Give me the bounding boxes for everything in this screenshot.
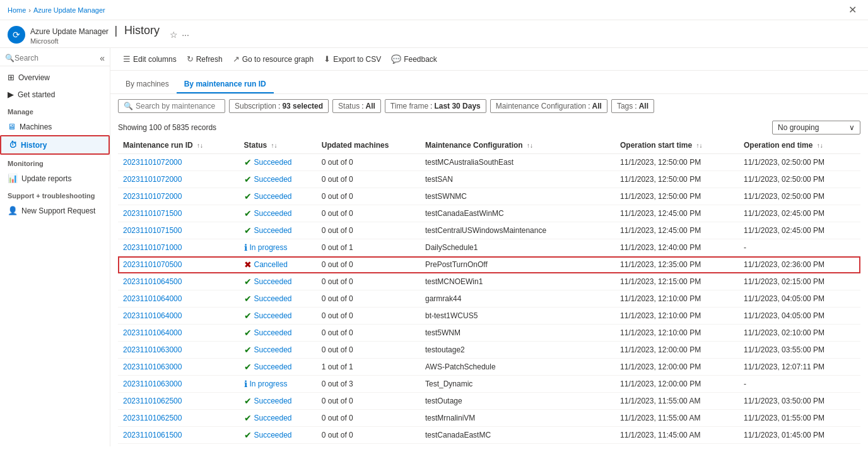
col-status[interactable]: Status ↑↓ [239,137,317,154]
sidebar-search-input[interactable] [15,54,97,63]
grouping-dropdown[interactable]: No grouping ∨ [772,121,860,134]
filter-status[interactable]: Status : All [332,99,381,113]
run-id-link[interactable]: 20231101064000 [123,294,182,303]
filter-tags[interactable]: Tags : All [611,99,654,113]
refresh-button[interactable]: ↻ Refresh [182,52,228,66]
favorite-icon[interactable]: ☆ [170,30,178,40]
run-id-link[interactable]: 20231101062500 [123,397,182,405]
status-link[interactable]: In progress [250,243,288,252]
status-link[interactable]: Succeeded [254,158,292,167]
status-link[interactable]: Succeeded [254,397,292,405]
run-id-link[interactable]: 20231101072000 [123,175,182,184]
run-id-link[interactable]: 20231101072000 [123,158,182,167]
table-row[interactable]: 20231101063000 ✔ Succeeded 0 out of 0 te… [118,342,860,359]
table-row[interactable]: 20231101072000 ✔ Succeeded 0 out of 0 te… [118,154,860,171]
status-link[interactable]: Succeeded [254,294,292,303]
col-op-start[interactable]: Operation start time ↑↓ [615,137,739,154]
table-row[interactable]: 20231101062500 ✔ Succeeded 0 out of 0 te… [118,393,860,410]
table-row[interactable]: 20231101071500 ✔ Succeeded 0 out of 0 te… [118,222,860,239]
table-row[interactable]: 20231101063000 ℹ In progress 0 out of 3 … [118,376,860,393]
run-id-link[interactable]: 20231101064500 [123,277,182,286]
filter-search-input[interactable] [136,102,218,111]
col-run-id[interactable]: Maintenance run ID ↑↓ [118,137,239,154]
title-bar: ⟳ Azure Update Manager | History Microso… [0,20,868,48]
table-row[interactable]: 20231101061500 ✔ Succeeded 0 out of 0 te… [118,444,860,447]
col-maintenance-config[interactable]: Maintenance Configuration ↑↓ [420,137,615,154]
run-id-link[interactable]: 20231101061500 [123,431,182,439]
table-row[interactable]: 20231101062500 ✔ Succeeded 0 out of 0 te… [118,410,860,427]
resource-graph-button[interactable]: ↗ Go to resource graph [228,52,319,66]
status-link[interactable]: Succeeded [254,362,292,371]
run-id-link[interactable]: 20231101070500 [123,260,182,269]
more-options-icon[interactable]: ··· [182,30,189,40]
breadcrumb-home[interactable]: Home [8,6,26,14]
table-row[interactable]: 20231101064000 ✔ Succeeded 0 out of 0 te… [118,325,860,342]
run-id-link[interactable]: 20231101072000 [123,192,182,201]
cell-status: ✔ Succeeded [239,188,317,205]
table-row[interactable]: 20231101063000 ✔ Succeeded 1 out of 1 AW… [118,359,860,376]
table-row[interactable]: 20231101072000 ✔ Succeeded 0 out of 0 te… [118,171,860,188]
status-link[interactable]: Succeeded [254,345,292,354]
cell-run-id: 20231101071000 [118,239,239,256]
run-id-link[interactable]: 20231101071000 [123,243,182,252]
table-row[interactable]: 20231101072000 ✔ Succeeded 0 out of 0 te… [118,188,860,205]
cell-op-start: 11/1/2023, 12:15:00 PM [615,273,739,290]
table-row[interactable]: 20231101070500 ✖ Cancelled 0 out of 0 Pr… [118,256,860,273]
tab-by-machines[interactable]: By machines [118,76,177,93]
table-row[interactable]: 20231101071000 ℹ In progress 0 out of 1 … [118,239,860,256]
close-button[interactable]: ✕ [845,3,860,17]
filter-time-frame[interactable]: Time frame : Last 30 Days [385,99,486,113]
sidebar-item-update-reports[interactable]: 📊 Update reports [0,170,110,187]
status-link[interactable]: Succeeded [254,209,292,218]
status-link[interactable]: Succeeded [254,328,292,337]
sidebar-item-machines[interactable]: 🖥 Machines [0,118,110,135]
edit-columns-button[interactable]: ☰ Edit columns [118,52,182,66]
table-row[interactable]: 20231101071500 ✔ Succeeded 0 out of 0 te… [118,205,860,222]
sidebar-item-label-history: History [21,141,47,150]
status-link[interactable]: Succeeded [254,431,292,439]
sidebar-collapse-icon[interactable]: « [100,53,105,63]
sidebar-item-new-support[interactable]: 👤 New Support Request [0,202,110,219]
run-id-link[interactable]: 20231101063000 [123,345,182,354]
col-updated-machines[interactable]: Updated machines [317,137,420,154]
cell-config: testLinuxSN [420,444,615,447]
status-link[interactable]: In progress [250,379,288,388]
status-link[interactable]: Succeeded [254,226,292,235]
cell-op-end: 11/1/2023, 03:40:00 PM [739,444,860,447]
cell-config: testMCNOEWin1 [420,273,615,290]
status-link[interactable]: Succeeded [254,192,292,201]
feedback-button[interactable]: 💬 Feedback [386,52,442,66]
table-row[interactable]: 20231101061500 ✔ Succeeded 0 out of 0 te… [118,427,860,444]
status-link[interactable]: Succeeded [254,311,292,320]
filter-subscription[interactable]: Subscription : 93 selected [229,99,329,113]
status-link[interactable]: Succeeded [254,414,292,422]
run-id-link[interactable]: 20231101063000 [123,379,182,388]
toolbar: ☰ Edit columns ↻ Refresh ↗ Go to resourc… [110,48,868,71]
sidebar-item-history[interactable]: ⏱ History [0,135,110,155]
run-id-link[interactable]: 20231101071500 [123,226,182,235]
cell-status: ✔ Succeeded [239,393,317,410]
cell-op-end: 11/1/2023, 02:45:00 PM [739,205,860,222]
cell-run-id: 20231101064000 [118,290,239,308]
run-id-link[interactable]: 20231101063000 [123,362,182,371]
run-id-link[interactable]: 20231101062500 [123,414,182,422]
col-op-end[interactable]: Operation end time ↑↓ [739,137,860,154]
table-row[interactable]: 20231101064000 ✔ Succeeded 0 out of 0 ga… [118,290,860,308]
status-link[interactable]: Cancelled [254,260,288,269]
tab-by-maintenance-run-id[interactable]: By maintenance run ID [177,76,274,93]
breadcrumb-parent[interactable]: Azure Update Manager [33,6,105,14]
sidebar-item-overview[interactable]: ⊞ Overview [0,69,110,86]
run-id-link[interactable]: 20231101064000 [123,311,182,320]
table-row[interactable]: 20231101064500 ✔ Succeeded 0 out of 0 te… [118,273,860,290]
status-link[interactable]: Succeeded [254,175,292,184]
run-id-link[interactable]: 20231101071500 [123,209,182,218]
sidebar-item-get-started[interactable]: ▶ Get started [0,86,110,103]
status-link[interactable]: Succeeded [254,277,292,286]
filters-bar: 🔍 Subscription : 93 selected Status : Al… [110,94,868,118]
cell-op-end: 11/1/2023, 02:15:00 PM [739,273,860,290]
export-csv-button[interactable]: ⬇ Export to CSV [319,52,386,66]
cell-config: testCanadaEastWinMC [420,205,615,222]
filter-maintenance-config[interactable]: Maintenance Configuration : All [490,99,607,113]
run-id-link[interactable]: 20231101064000 [123,328,182,337]
table-row[interactable]: 20231101064000 ✔ Succeeded 0 out of 0 bt… [118,308,860,325]
